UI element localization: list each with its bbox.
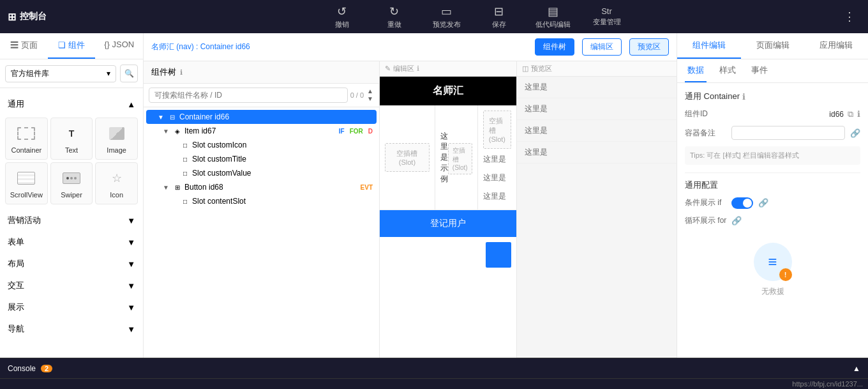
component-icon[interactable]: ☆ Icon bbox=[95, 162, 138, 204]
tree-nav-down[interactable]: ▼ bbox=[366, 95, 374, 103]
section-general-header[interactable]: 通用 ▲ bbox=[0, 93, 143, 115]
section-interact: 交互 ▼ bbox=[0, 275, 143, 296]
tree-expand-item67[interactable]: ▼ bbox=[161, 126, 170, 135]
json-tab-icon: {} bbox=[104, 40, 112, 49]
component-tab-label: 组件 bbox=[68, 40, 85, 50]
variable-label: 变量管理 bbox=[593, 17, 621, 27]
tab-component[interactable]: ❏ 组件 bbox=[48, 33, 96, 59]
component-swiper[interactable]: Swiper bbox=[50, 162, 93, 204]
tree-nav-up[interactable]: ▲ bbox=[366, 88, 374, 95]
note-link-icon[interactable]: 🔗 bbox=[850, 128, 860, 138]
section-display-header[interactable]: 展示 ▼ bbox=[0, 296, 143, 318]
error-icon-circle: ≡ ! bbox=[754, 243, 792, 281]
tree-expand-container[interactable]: ▼ bbox=[156, 112, 165, 121]
section-interact-header[interactable]: 交互 ▼ bbox=[0, 275, 143, 296]
component-id-value-area: id66 ⧉ ℹ bbox=[829, 109, 860, 119]
tree-slot-customicon-icon: □ bbox=[181, 141, 190, 149]
low-code-action[interactable]: ▤ 低代码编辑 bbox=[535, 4, 571, 29]
tab-app-edit[interactable]: 应用编辑 bbox=[804, 33, 868, 59]
preview-item-2: 这里是 bbox=[517, 98, 677, 120]
tree-search-input[interactable] bbox=[149, 88, 348, 103]
slot-box-1[interactable]: 空插槽 (Slot) bbox=[380, 105, 435, 210]
condition-if-toggle[interactable] bbox=[731, 197, 753, 209]
console-bar[interactable]: Console 2 ▲ bbox=[0, 358, 868, 378]
general-config-title: 通用配置 bbox=[685, 179, 860, 191]
undo-icon: ↺ bbox=[337, 4, 347, 19]
section-nav-header[interactable]: 导航 ▼ bbox=[0, 318, 143, 340]
id-info-icon[interactable]: ℹ bbox=[857, 109, 860, 119]
empty-slot-2[interactable]: 空插槽 (Slot) bbox=[448, 143, 472, 174]
tree-search-area: 0 / 0 ▲ ▼ bbox=[144, 84, 379, 107]
redo-action[interactable]: ↻ 重做 bbox=[378, 4, 410, 29]
right-subtabs: 数据 样式 事件 bbox=[677, 59, 868, 83]
undo-action[interactable]: ↺ 撤销 bbox=[326, 4, 358, 29]
more-button[interactable]: ⋮ bbox=[839, 7, 860, 26]
variable-action[interactable]: Str 变量管理 bbox=[591, 6, 623, 27]
condition-link-icon[interactable]: 🔗 bbox=[758, 198, 768, 208]
component-image[interactable]: Image bbox=[95, 118, 138, 160]
editor-pane: ✎ 编辑区 ℹ 名师汇 bbox=[380, 61, 517, 389]
save-action[interactable]: ⊟ 保存 bbox=[483, 4, 515, 29]
container-label: Container bbox=[11, 146, 41, 154]
component-container[interactable]: Container bbox=[5, 118, 48, 160]
main-layout: ☰ 页面 ❏ 组件 {} JSON 官方组件库 ▾ 🔍 bbox=[0, 33, 868, 389]
tree-btn[interactable]: 组件树 bbox=[535, 38, 574, 56]
breadcrumb: 名师汇 (nav) : Container id66 bbox=[151, 42, 527, 52]
subtab-data[interactable]: 数据 bbox=[685, 59, 707, 82]
image-icon bbox=[107, 123, 127, 144]
tree-item-label-slot-customvalue: Slot customValue bbox=[192, 169, 374, 178]
loop-link-icon[interactable]: 🔗 bbox=[731, 216, 742, 225]
section-form: 表单 ▼ bbox=[0, 231, 143, 253]
empty-slot-3[interactable]: 空插槽 (Slot) bbox=[483, 111, 511, 149]
tree-item-slot-contentslot[interactable]: ▶ □ Slot contentSlot bbox=[144, 194, 379, 208]
url-bar: https://bfpj.cn/id1237... bbox=[0, 378, 868, 389]
search-button[interactable]: 🔍 bbox=[120, 65, 138, 82]
component-text[interactable]: T Text bbox=[50, 118, 93, 160]
save-label: 保存 bbox=[492, 20, 506, 29]
container-note-input[interactable] bbox=[731, 126, 845, 140]
component-library-select[interactable]: 官方组件库 ▾ bbox=[5, 65, 116, 82]
tree-item-button-id68[interactable]: ▼ ⊞ Button id68 EVT bbox=[144, 180, 379, 194]
blue-square[interactable] bbox=[486, 242, 511, 268]
redo-icon: ↻ bbox=[389, 4, 399, 19]
undo-label: 撤销 bbox=[335, 20, 349, 29]
mobile-body: 空插槽 (Slot) 这里 是示 例 bbox=[380, 105, 516, 384]
tree-item-container-id66[interactable]: ▼ ⊟ Container id66 bbox=[146, 110, 377, 124]
preview-publish-action[interactable]: ▭ 预览发布 bbox=[431, 4, 463, 29]
badge-evt: EVT bbox=[361, 184, 373, 191]
brand-icon: ⊞ bbox=[8, 11, 16, 23]
subtab-style[interactable]: 样式 bbox=[717, 59, 738, 82]
tab-page-edit[interactable]: 页面编辑 bbox=[741, 33, 805, 59]
preview-btn[interactable]: 预览区 bbox=[629, 38, 669, 56]
icon-label: Icon bbox=[110, 191, 123, 199]
tree-item-slot-customtitle[interactable]: ▶ □ Slot customTitle bbox=[144, 152, 379, 166]
tab-json[interactable]: {} JSON bbox=[95, 33, 143, 59]
prop-divider bbox=[685, 172, 860, 173]
component-scrollview[interactable]: ScrollView bbox=[5, 162, 48, 204]
tree-item-slot-customvalue[interactable]: ▶ □ Slot customValue bbox=[144, 166, 379, 180]
section-layout-header[interactable]: 布局 ▼ bbox=[0, 253, 143, 275]
section-marketing-header[interactable]: 营销活动 ▼ bbox=[0, 210, 143, 231]
error-icon-symbol: ≡ bbox=[768, 253, 777, 271]
tab-component-edit[interactable]: 组件编辑 bbox=[677, 33, 741, 59]
editor-label-text: 编辑区 bbox=[393, 64, 414, 73]
copy-icon[interactable]: ⧉ bbox=[848, 109, 853, 119]
tree-item-item-id67[interactable]: ▼ ◈ Item id67 IF FOR D bbox=[144, 124, 379, 138]
console-count-badge: 2 bbox=[41, 365, 52, 372]
swiper-icon bbox=[61, 168, 82, 188]
tab-page[interactable]: ☰ 页面 bbox=[0, 33, 48, 59]
subtab-event[interactable]: 事件 bbox=[749, 59, 770, 82]
section-layout: 布局 ▼ bbox=[0, 253, 143, 275]
mobile-register-btn[interactable]: 登记用户 bbox=[380, 210, 516, 237]
page-tab-icon: ☰ bbox=[10, 40, 21, 50]
editor-content[interactable]: 名师汇 空插槽 (Slot) bbox=[380, 77, 516, 384]
condition-if-row: 条件展示 if 🔗 bbox=[685, 197, 860, 209]
edit-btn[interactable]: 编辑区 bbox=[582, 38, 622, 56]
console-label: Console bbox=[8, 364, 36, 373]
tree-expand-button68[interactable]: ▼ bbox=[161, 183, 170, 192]
badge-d: D bbox=[368, 128, 373, 135]
tree-item-slot-customicon[interactable]: ▶ □ Slot customIcon bbox=[144, 138, 379, 152]
section-form-header[interactable]: 表单 ▼ bbox=[0, 231, 143, 253]
component-id-row: 组件ID id66 ⧉ ℹ bbox=[685, 109, 860, 119]
error-text: 无救援 bbox=[761, 286, 784, 297]
